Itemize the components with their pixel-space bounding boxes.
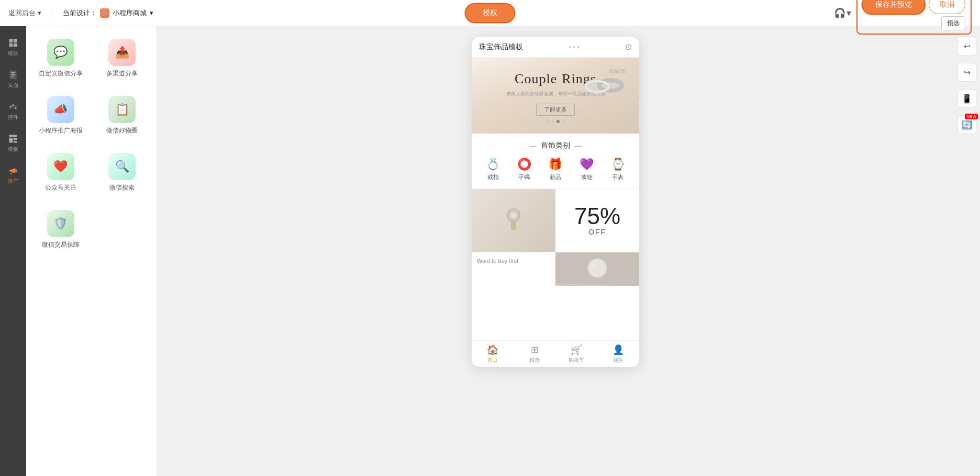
- miniprogram-label: 小程序推广海报: [39, 126, 83, 135]
- svg-point-8: [9, 106, 11, 107]
- transaction-label: 微信交易保障: [42, 240, 80, 249]
- banner-tag: 饰/品/馆: [609, 68, 626, 75]
- cat-item-ring[interactable]: 💍 戒指: [479, 158, 507, 181]
- current-design-label: 当前设计：: [63, 8, 97, 18]
- phone-content: Couple Rings 饰/品/馆 来自大自然的珍稀金属，与你一同见证永恒真情: [472, 58, 639, 340]
- svg-rect-17: [14, 141, 17, 142]
- cat-item-new[interactable]: 🎁 新品: [541, 158, 570, 181]
- ring-label: 戒指: [487, 173, 499, 181]
- svg-rect-14: [9, 135, 17, 137]
- bracelet-icon: ⭕: [517, 158, 531, 171]
- miniprogram-icon: 📣: [47, 96, 74, 123]
- new-feature-button[interactable]: 🔄 NEW: [957, 115, 976, 134]
- sidebar-item-module[interactable]: 模块: [0, 31, 26, 63]
- cancel-button[interactable]: 取消: [929, 0, 965, 14]
- watch-label: 手表: [612, 173, 623, 181]
- moments-label: 微信好物圈: [106, 126, 138, 135]
- banner-dots: [546, 120, 565, 123]
- device-button[interactable]: 📱: [957, 89, 976, 108]
- left-panel: 💬 自定义微信分享 📤 多渠道分享 📣 小程序推广海报 📋 微信好物圈 ❤️ 公…: [26, 26, 157, 476]
- nav-item-profile[interactable]: 👤 我的: [597, 341, 639, 367]
- store-dropdown-icon: ▾: [150, 9, 153, 17]
- current-design[interactable]: 当前设计： 🔗 小程序商城 ▾: [63, 8, 153, 18]
- sidebar-page-label: 页面: [8, 82, 18, 89]
- module-item-moments[interactable]: 📋 微信好物圈: [94, 90, 151, 141]
- page-icon: [8, 70, 18, 80]
- sidebar-control-label: 控件: [8, 114, 18, 121]
- undo-icon: ↩: [964, 41, 971, 51]
- promo-discount: 75%: [574, 205, 620, 228]
- redo-button[interactable]: ↪: [957, 63, 976, 82]
- nav-item-picks[interactable]: ⊞ 精选: [514, 341, 555, 367]
- official-label: 公众号关注: [45, 183, 76, 192]
- necklace-label: 项链: [581, 173, 593, 181]
- search-label: 微信搜索: [109, 183, 135, 192]
- promo-off: OFF: [588, 228, 606, 236]
- promote-icon: [8, 165, 18, 176]
- redo-icon: ↪: [964, 68, 971, 78]
- cat-item-watch[interactable]: ⌚ 手表: [604, 158, 632, 181]
- dot-3: [577, 46, 580, 48]
- module-item-miniprogram[interactable]: 📣 小程序推广海报: [32, 90, 89, 141]
- cat-item-necklace[interactable]: 💜 项链: [573, 158, 601, 181]
- header: 返回后台 ▾ 当前设计： 🔗 小程序商城 ▾ 授权 🎧 ▾ 保存并预览 取消 预…: [0, 0, 980, 26]
- learn-more-button[interactable]: 了解更多: [536, 104, 575, 116]
- sidebar-item-template[interactable]: 模板: [0, 127, 26, 159]
- svg-point-28: [592, 263, 596, 267]
- new-badge: NEW: [965, 114, 978, 119]
- phone-mockup: 珠宝饰品模板 ⊙ Couple Rings: [472, 37, 639, 367]
- banner-dot-2: [551, 120, 554, 123]
- dot-2: [573, 46, 575, 48]
- phone-close-icon: ⊙: [625, 42, 632, 52]
- sidebar-item-promote[interactable]: 推广: [0, 159, 26, 191]
- module-item-transaction[interactable]: 🛡️ 微信交易保障: [32, 204, 89, 256]
- module-icon: [8, 38, 18, 48]
- svg-point-24: [510, 212, 517, 218]
- promo-left: [472, 189, 555, 252]
- save-preview-button[interactable]: 保存并预览: [863, 0, 925, 14]
- undo-button[interactable]: ↩: [957, 37, 976, 56]
- svg-rect-23: [511, 222, 516, 230]
- back-arrow-icon: ▾: [38, 9, 41, 17]
- multichannel-label: 多渠道分享: [106, 69, 138, 78]
- svg-rect-3: [14, 43, 17, 47]
- pearl-image: [555, 252, 639, 284]
- promo-right: 75% OFF: [555, 189, 639, 252]
- sidebar-item-page[interactable]: 页面: [0, 63, 26, 95]
- headset-button[interactable]: 🎧 ▾: [834, 7, 851, 19]
- back-button[interactable]: 返回后台 ▾: [8, 8, 41, 18]
- sidebar-template-label: 模板: [8, 146, 18, 153]
- module-item-wechat-share[interactable]: 💬 自定义微信分享: [32, 32, 89, 84]
- moments-icon: 📋: [108, 96, 136, 123]
- phone-title-bar: 珠宝饰品模板 ⊙: [472, 37, 639, 58]
- sidebar-item-control[interactable]: 控件: [0, 95, 26, 127]
- new-icon: 🎁: [548, 158, 562, 171]
- control-icon: [8, 102, 18, 112]
- transaction-icon: 🛡️: [47, 210, 74, 237]
- headset-icon: 🎧: [834, 7, 845, 19]
- nav-bar: 🏠 首页 ⊞ 精选 🛒 购物车 👤 我的: [472, 340, 639, 367]
- home-icon: 🏠: [487, 344, 498, 356]
- sidebar-promote-label: 推广: [8, 178, 18, 185]
- preselect-button[interactable]: 预选: [941, 16, 965, 30]
- wechat-share-label: 自定义微信分享: [39, 69, 83, 78]
- save-cancel-group: 保存并预览 取消 预选: [856, 0, 972, 35]
- bracelet-label: 手镯: [518, 173, 530, 181]
- banner-dot-1: [546, 120, 549, 123]
- module-item-official[interactable]: ❤️ 公众号关注: [32, 147, 89, 198]
- nav-item-cart[interactable]: 🛒 购物车: [555, 341, 597, 367]
- new-label: 新品: [550, 173, 561, 181]
- promo-section: 75% OFF: [472, 189, 639, 252]
- canvas-area: 珠宝饰品模板 ⊙ Couple Rings: [157, 26, 954, 476]
- nav-item-home[interactable]: 🏠 首页: [472, 341, 514, 367]
- module-item-multichannel[interactable]: 📤 多渠道分享: [94, 32, 151, 84]
- back-label: 返回后台: [8, 8, 36, 18]
- module-item-search[interactable]: 🔍 微信搜索: [94, 147, 151, 198]
- banner-section: Couple Rings 饰/品/馆 来自大自然的珍稀金属，与你一同见证永恒真情: [472, 58, 639, 134]
- cat-item-bracelet[interactable]: ⭕ 手镯: [510, 158, 539, 181]
- banner-dot-4: [562, 120, 565, 123]
- profile-icon: 👤: [612, 344, 624, 356]
- bottom-banner: Want to buy first: [472, 252, 639, 286]
- authorize-button[interactable]: 授权: [466, 4, 514, 22]
- official-icon: ❤️: [47, 153, 74, 180]
